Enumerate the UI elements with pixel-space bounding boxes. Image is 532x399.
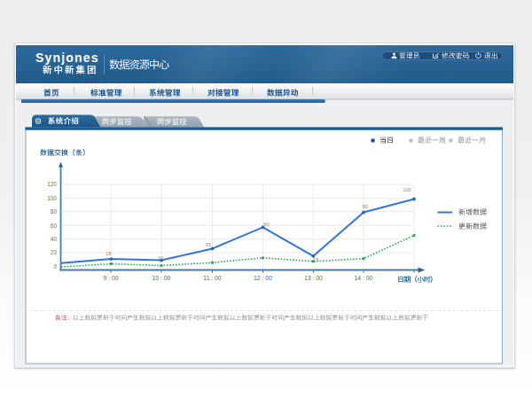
svg-text:100: 100 — [403, 187, 411, 192]
svg-text:100: 100 — [47, 195, 57, 201]
svg-text:18: 18 — [106, 251, 111, 256]
svg-text:60: 60 — [51, 223, 58, 229]
svg-text:20: 20 — [51, 249, 58, 255]
svg-text:120: 120 — [47, 181, 57, 187]
svg-text:14 : 00: 14 : 00 — [355, 275, 373, 281]
svg-text:12 : 00: 12 : 00 — [254, 275, 272, 281]
svg-text:10 : 00: 10 : 00 — [153, 275, 171, 281]
svg-text:40: 40 — [51, 236, 58, 242]
svg-text:0: 0 — [53, 263, 57, 270]
svg-text:80: 80 — [51, 208, 58, 215]
svg-text:10: 10 — [158, 255, 163, 261]
svg-text:13 : 00: 13 : 00 — [304, 275, 323, 281]
svg-text:11 : 00: 11 : 00 — [203, 275, 222, 281]
svg-text:35: 35 — [205, 242, 210, 247]
svg-text:15: 15 — [313, 257, 318, 262]
svg-text:9 : 00: 9 : 00 — [103, 275, 118, 281]
svg-text:60: 60 — [263, 222, 269, 227]
svg-text:80: 80 — [363, 204, 368, 209]
